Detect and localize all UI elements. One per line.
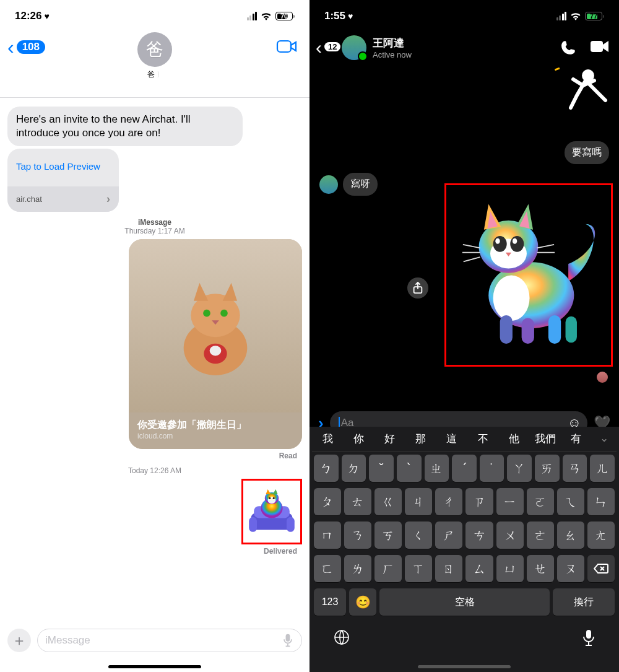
key[interactable]: ㄨ [496,521,524,549]
back-button[interactable]: ‹ 12 [316,38,322,57]
previous-sticker[interactable] [548,64,610,114]
key[interactable]: ㄐ [405,488,432,515]
key[interactable]: ㄈ [314,555,341,582]
key[interactable]: ㄅ [314,455,339,482]
timestamp: Today 12:26 AM [7,466,302,475]
outgoing-message[interactable]: 要寫嗎 [565,141,609,164]
emoji-key[interactable]: 😊 [349,588,376,616]
return-key[interactable]: 換行 [553,588,615,616]
sent-sticker-highlighted[interactable] [241,479,302,544]
heart-icon: ♥ [348,11,353,21]
sender-avatar[interactable] [319,175,338,194]
sent-sticker-highlighted[interactable] [444,183,613,367]
key[interactable]: ㄊ [344,488,371,515]
link-preview[interactable]: Tap to Load Preview air.chat› [7,149,119,212]
key[interactable]: ㄟ [557,488,584,515]
svg-point-35 [496,238,500,243]
dictate-key[interactable] [582,629,595,647]
contact-name[interactable]: 爸〉 [147,69,163,80]
facetime-button[interactable] [276,38,297,57]
key[interactable]: ㄌ [344,555,371,582]
svg-rect-19 [555,68,560,71]
svg-point-36 [513,238,517,243]
suggestion[interactable]: 我 [312,432,343,446]
key[interactable]: ˋ [397,455,422,482]
backspace-key[interactable] [587,555,615,582]
cat-photo [129,239,302,412]
key[interactable]: ㄛ [527,488,554,515]
suggestion[interactable]: 好 [374,432,405,446]
key[interactable]: ㄕ [435,521,462,549]
key[interactable]: ㄘ [465,521,493,549]
status-time: 1:55♥ [324,10,353,22]
photo-link-message[interactable]: 你受邀參加「撒朗生日」 icloud.com [129,239,302,449]
key[interactable]: ㄝ [527,555,554,582]
key-row-3: ㄇㄋㄎㄑㄕㄘㄨㄜㄠㄤ [312,518,617,552]
key[interactable]: ˊ [452,455,477,482]
message-input[interactable]: iMessage [37,629,302,652]
video-call-button[interactable] [591,40,609,53]
key[interactable]: ㄡ [557,555,584,582]
back-button[interactable]: ‹ 108 [7,37,45,57]
suggestion[interactable]: 我們 [530,432,561,446]
numbers-key[interactable]: 123 [314,588,346,616]
globe-key[interactable] [333,629,350,646]
key[interactable]: ㄋ [344,521,371,549]
key[interactable]: ㄙ [465,555,493,582]
suggestion-bar: 我 你 好 那 這 不 他 我們 有 ⌄ [312,430,617,452]
share-button[interactable] [407,277,428,299]
suggestion[interactable]: 不 [467,432,498,446]
contact-avatar[interactable]: 爸 [137,32,172,67]
add-button[interactable]: ＋ [7,629,31,652]
svg-point-4 [220,309,228,316]
wifi-icon [570,12,581,20]
key[interactable]: ㄗ [465,488,493,515]
key[interactable]: ㄖ [435,555,462,582]
key[interactable]: ㄎ [374,521,402,549]
key[interactable]: ㄆ [314,488,341,515]
key-row-4: ㄈㄌㄏㄒㄖㄙㄩㄝㄡ [312,552,617,585]
key[interactable]: ㄣ [587,488,615,515]
suggestion[interactable]: 這 [436,432,467,446]
key[interactable]: ㄏ [374,555,402,582]
key[interactable]: ㄞ [535,455,560,482]
key[interactable]: ㄚ [507,455,532,482]
cellular-icon [247,12,258,20]
key[interactable]: ㄜ [527,521,554,549]
timestamp: iMessageThursday 1:17 AM [7,218,302,235]
suggestion[interactable]: 那 [405,432,436,446]
key[interactable]: ㄒ [405,555,432,582]
key[interactable]: ㄑ [405,521,432,549]
key[interactable]: ㄤ [587,521,615,549]
suggestion[interactable]: 你 [343,432,374,446]
expand-suggestions[interactable]: ⌄ [592,432,617,446]
contact-avatar[interactable] [342,35,366,60]
home-indicator[interactable] [108,665,201,668]
key[interactable]: ㄍ [374,488,402,515]
message-list: 要寫嗎 寫呀 [310,67,619,408]
key[interactable]: ㄔ [435,488,462,515]
key[interactable]: ˇ [369,455,394,482]
key[interactable]: ˙ [480,455,504,482]
key[interactable]: ㄩ [496,555,524,582]
key[interactable]: ㄓ [425,455,449,482]
key[interactable]: ㄇ [314,521,341,549]
suggestion[interactable]: 他 [498,432,529,446]
key[interactable]: ㄧ [496,488,524,515]
home-indicator[interactable] [418,665,511,668]
suggestion[interactable]: 有 [561,432,592,446]
key[interactable]: ㄢ [563,455,587,482]
audio-call-button[interactable] [561,40,577,56]
svg-rect-9 [287,517,295,532]
incoming-message[interactable]: 寫呀 [343,173,378,196]
key[interactable]: ㄦ [590,455,615,482]
compose-bar: ＋ iMessage [0,624,310,657]
dictate-icon[interactable] [282,633,294,648]
key[interactable]: ㄉ [342,455,366,482]
status-time: 12:26♥ [15,10,50,22]
incoming-message[interactable]: Here's an invite to the new Airchat. I'l… [7,107,243,146]
contact-info[interactable]: 王阿達 Active now [373,36,412,59]
key[interactable]: ㄠ [557,521,584,549]
space-key[interactable]: 空格 [379,588,550,616]
keyboard-footer [312,619,617,666]
